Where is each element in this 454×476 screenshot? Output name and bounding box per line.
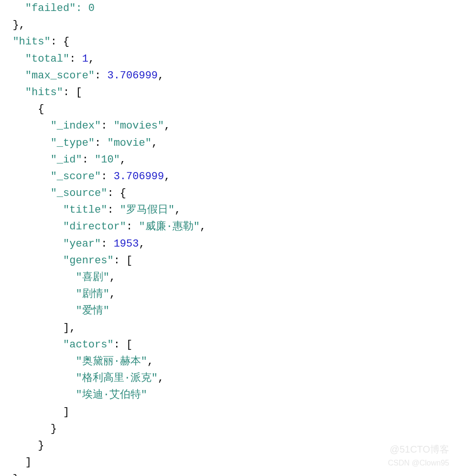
bracket-close: ] [25, 456, 32, 468]
json-string: "movies" [114, 120, 164, 132]
json-key: "director" [63, 221, 126, 233]
json-string: "埃迪·艾伯特" [76, 389, 147, 401]
json-key: "_id" [51, 154, 82, 166]
json-string: "movie" [107, 137, 151, 149]
brace-open: { [38, 103, 44, 115]
json-number: 3.706999 [107, 70, 158, 82]
json-string: "奥黛丽·赫本" [76, 356, 147, 368]
brace-close: } [51, 423, 57, 435]
json-string: "威廉·惠勒" [139, 221, 200, 233]
json-key: "hits" [25, 87, 63, 98]
bracket-close: ] [63, 406, 69, 418]
json-key: "_score" [51, 171, 101, 183]
json-number: 1 [82, 53, 88, 65]
json-key: "actors" [63, 339, 114, 351]
json-key: "genres" [63, 255, 114, 267]
json-key: "failed": 0 [25, 2, 95, 14]
brace-close: }, [12, 19, 25, 31]
json-string: "喜剧" [76, 271, 109, 283]
brace-close: } [12, 473, 19, 476]
bracket-close: ], [63, 322, 76, 334]
json-key: "year" [63, 238, 101, 250]
json-string: "罗马假日" [120, 204, 174, 216]
json-number: 1953 [114, 238, 139, 250]
json-key: "max_score" [25, 70, 95, 82]
json-key: "_source" [51, 187, 108, 199]
json-string: "爱情" [76, 305, 109, 317]
json-number: 3.706999 [114, 171, 164, 183]
brace-close: } [38, 440, 44, 452]
json-key: "hits" [12, 36, 50, 48]
json-string: "剧情" [76, 288, 109, 300]
json-key: "_index" [51, 120, 101, 132]
json-code-block: "failed": 0 }, "hits": { "total": 1, "ma… [0, 0, 454, 476]
json-key: "title" [63, 204, 107, 216]
json-key: "total" [25, 53, 69, 65]
json-key: "_type" [51, 137, 95, 149]
json-string: "格利高里·派克" [76, 372, 158, 384]
json-string: "10" [95, 154, 120, 166]
